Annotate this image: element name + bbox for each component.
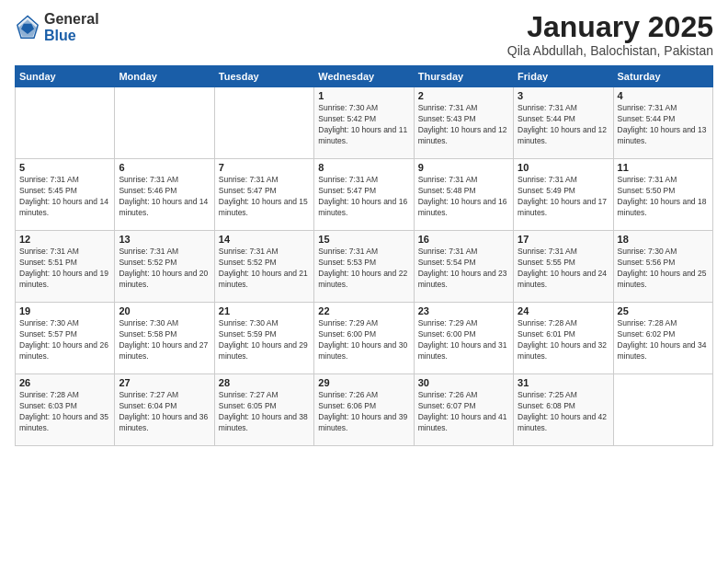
- day-cell: [16, 87, 115, 159]
- calendar-title: January 2025: [507, 11, 713, 43]
- header-row: Sunday Monday Tuesday Wednesday Thursday…: [16, 66, 713, 87]
- day-number: 8: [318, 162, 409, 173]
- day-number: 29: [318, 377, 409, 388]
- day-cell: 10Sunrise: 7:31 AM Sunset: 5:49 PM Dayli…: [514, 159, 613, 231]
- week-row-2: 5Sunrise: 7:31 AM Sunset: 5:45 PM Daylig…: [16, 159, 713, 231]
- day-info: Sunrise: 7:30 AM Sunset: 5:56 PM Dayligh…: [618, 247, 709, 291]
- day-info: Sunrise: 7:30 AM Sunset: 5:58 PM Dayligh…: [119, 318, 210, 362]
- day-cell: 2Sunrise: 7:31 AM Sunset: 5:43 PM Daylig…: [414, 87, 513, 159]
- day-info: Sunrise: 7:28 AM Sunset: 6:03 PM Dayligh…: [19, 390, 110, 434]
- day-cell: 28Sunrise: 7:27 AM Sunset: 6:05 PM Dayli…: [214, 374, 313, 446]
- day-number: 13: [119, 234, 210, 245]
- day-number: 22: [318, 305, 409, 316]
- day-info: Sunrise: 7:29 AM Sunset: 6:00 PM Dayligh…: [318, 318, 409, 362]
- day-cell: 19Sunrise: 7:30 AM Sunset: 5:57 PM Dayli…: [16, 303, 115, 374]
- day-cell: 27Sunrise: 7:27 AM Sunset: 6:04 PM Dayli…: [115, 374, 214, 446]
- day-info: Sunrise: 7:31 AM Sunset: 5:44 PM Dayligh…: [518, 103, 609, 147]
- calendar-table: Sunday Monday Tuesday Wednesday Thursday…: [15, 65, 713, 446]
- day-number: 9: [418, 162, 509, 173]
- week-row-3: 12Sunrise: 7:31 AM Sunset: 5:51 PM Dayli…: [16, 231, 713, 303]
- week-row-1: 1Sunrise: 7:30 AM Sunset: 5:42 PM Daylig…: [16, 87, 713, 159]
- week-row-5: 26Sunrise: 7:28 AM Sunset: 6:03 PM Dayli…: [16, 374, 713, 446]
- day-info: Sunrise: 7:31 AM Sunset: 5:47 PM Dayligh…: [318, 175, 409, 219]
- day-info: Sunrise: 7:31 AM Sunset: 5:44 PM Dayligh…: [618, 103, 709, 147]
- day-number: 21: [219, 305, 310, 316]
- page: General Blue January 2025 Qila Abdullah,…: [0, 0, 728, 563]
- day-cell: 12Sunrise: 7:31 AM Sunset: 5:51 PM Dayli…: [16, 231, 115, 303]
- day-info: Sunrise: 7:31 AM Sunset: 5:49 PM Dayligh…: [518, 175, 609, 219]
- day-cell: 13Sunrise: 7:31 AM Sunset: 5:52 PM Dayli…: [115, 231, 214, 303]
- day-info: Sunrise: 7:31 AM Sunset: 5:54 PM Dayligh…: [418, 247, 509, 291]
- day-info: Sunrise: 7:30 AM Sunset: 5:42 PM Dayligh…: [318, 103, 409, 147]
- day-cell: 4Sunrise: 7:31 AM Sunset: 5:44 PM Daylig…: [613, 87, 712, 159]
- day-cell: 7Sunrise: 7:31 AM Sunset: 5:47 PM Daylig…: [214, 159, 313, 231]
- day-cell: 17Sunrise: 7:31 AM Sunset: 5:55 PM Dayli…: [514, 231, 613, 303]
- day-number: 31: [518, 377, 609, 388]
- day-number: 26: [19, 377, 110, 388]
- day-info: Sunrise: 7:26 AM Sunset: 6:06 PM Dayligh…: [318, 390, 409, 434]
- day-cell: 5Sunrise: 7:31 AM Sunset: 5:45 PM Daylig…: [16, 159, 115, 231]
- day-info: Sunrise: 7:27 AM Sunset: 6:05 PM Dayligh…: [219, 390, 310, 434]
- header-tuesday: Tuesday: [214, 66, 313, 87]
- day-cell: 9Sunrise: 7:31 AM Sunset: 5:48 PM Daylig…: [414, 159, 513, 231]
- day-info: Sunrise: 7:31 AM Sunset: 5:51 PM Dayligh…: [19, 247, 110, 291]
- day-number: 24: [518, 305, 609, 316]
- day-number: 11: [618, 162, 709, 173]
- day-cell: 8Sunrise: 7:31 AM Sunset: 5:47 PM Daylig…: [314, 159, 414, 231]
- header-sunday: Sunday: [16, 66, 115, 87]
- day-number: 15: [318, 234, 409, 245]
- day-cell: 31Sunrise: 7:25 AM Sunset: 6:08 PM Dayli…: [514, 374, 613, 446]
- day-info: Sunrise: 7:31 AM Sunset: 5:47 PM Dayligh…: [219, 175, 310, 219]
- day-cell: [214, 87, 313, 159]
- day-info: Sunrise: 7:28 AM Sunset: 6:02 PM Dayligh…: [618, 318, 709, 362]
- day-info: Sunrise: 7:30 AM Sunset: 5:57 PM Dayligh…: [19, 318, 110, 362]
- header: General Blue January 2025 Qila Abdullah,…: [15, 11, 713, 58]
- day-info: Sunrise: 7:31 AM Sunset: 5:43 PM Dayligh…: [418, 103, 509, 147]
- header-wednesday: Wednesday: [314, 66, 414, 87]
- calendar-subtitle: Qila Abdullah, Balochistan, Pakistan: [507, 43, 713, 58]
- day-cell: 25Sunrise: 7:28 AM Sunset: 6:02 PM Dayli…: [613, 303, 712, 374]
- title-block: January 2025 Qila Abdullah, Balochistan,…: [507, 11, 713, 58]
- day-cell: 22Sunrise: 7:29 AM Sunset: 6:00 PM Dayli…: [314, 303, 414, 374]
- day-info: Sunrise: 7:25 AM Sunset: 6:08 PM Dayligh…: [518, 390, 609, 434]
- day-number: 7: [219, 162, 310, 173]
- day-cell: 15Sunrise: 7:31 AM Sunset: 5:53 PM Dayli…: [314, 231, 414, 303]
- day-number: 27: [119, 377, 210, 388]
- day-number: 2: [418, 90, 509, 101]
- day-number: 20: [119, 305, 210, 316]
- day-info: Sunrise: 7:31 AM Sunset: 5:55 PM Dayligh…: [518, 247, 609, 291]
- day-number: 12: [19, 234, 110, 245]
- day-info: Sunrise: 7:26 AM Sunset: 6:07 PM Dayligh…: [418, 390, 509, 434]
- day-info: Sunrise: 7:31 AM Sunset: 5:46 PM Dayligh…: [119, 175, 210, 219]
- day-cell: 30Sunrise: 7:26 AM Sunset: 6:07 PM Dayli…: [414, 374, 513, 446]
- day-cell: 26Sunrise: 7:28 AM Sunset: 6:03 PM Dayli…: [16, 374, 115, 446]
- logo: General Blue: [15, 11, 99, 43]
- day-number: 14: [219, 234, 310, 245]
- day-number: 6: [119, 162, 210, 173]
- day-number: 30: [418, 377, 509, 388]
- day-info: Sunrise: 7:30 AM Sunset: 5:59 PM Dayligh…: [219, 318, 310, 362]
- logo-icon: [15, 15, 40, 40]
- day-number: 3: [518, 90, 609, 101]
- day-info: Sunrise: 7:31 AM Sunset: 5:48 PM Dayligh…: [418, 175, 509, 219]
- day-cell: 18Sunrise: 7:30 AM Sunset: 5:56 PM Dayli…: [613, 231, 712, 303]
- day-number: 5: [19, 162, 110, 173]
- logo-general: General: [44, 11, 99, 28]
- day-number: 28: [219, 377, 310, 388]
- day-info: Sunrise: 7:31 AM Sunset: 5:45 PM Dayligh…: [19, 175, 110, 219]
- day-cell: 6Sunrise: 7:31 AM Sunset: 5:46 PM Daylig…: [115, 159, 214, 231]
- day-info: Sunrise: 7:31 AM Sunset: 5:52 PM Dayligh…: [119, 247, 210, 291]
- day-cell: 1Sunrise: 7:30 AM Sunset: 5:42 PM Daylig…: [314, 87, 414, 159]
- logo-blue: Blue: [44, 28, 99, 44]
- day-info: Sunrise: 7:29 AM Sunset: 6:00 PM Dayligh…: [418, 318, 509, 362]
- day-cell: 21Sunrise: 7:30 AM Sunset: 5:59 PM Dayli…: [214, 303, 313, 374]
- day-number: 25: [618, 305, 709, 316]
- day-cell: 24Sunrise: 7:28 AM Sunset: 6:01 PM Dayli…: [514, 303, 613, 374]
- day-cell: 14Sunrise: 7:31 AM Sunset: 5:52 PM Dayli…: [214, 231, 313, 303]
- day-number: 18: [618, 234, 709, 245]
- header-thursday: Thursday: [414, 66, 513, 87]
- logo-text: General Blue: [44, 11, 99, 43]
- header-saturday: Saturday: [613, 66, 712, 87]
- day-info: Sunrise: 7:31 AM Sunset: 5:52 PM Dayligh…: [219, 247, 310, 291]
- day-info: Sunrise: 7:27 AM Sunset: 6:04 PM Dayligh…: [119, 390, 210, 434]
